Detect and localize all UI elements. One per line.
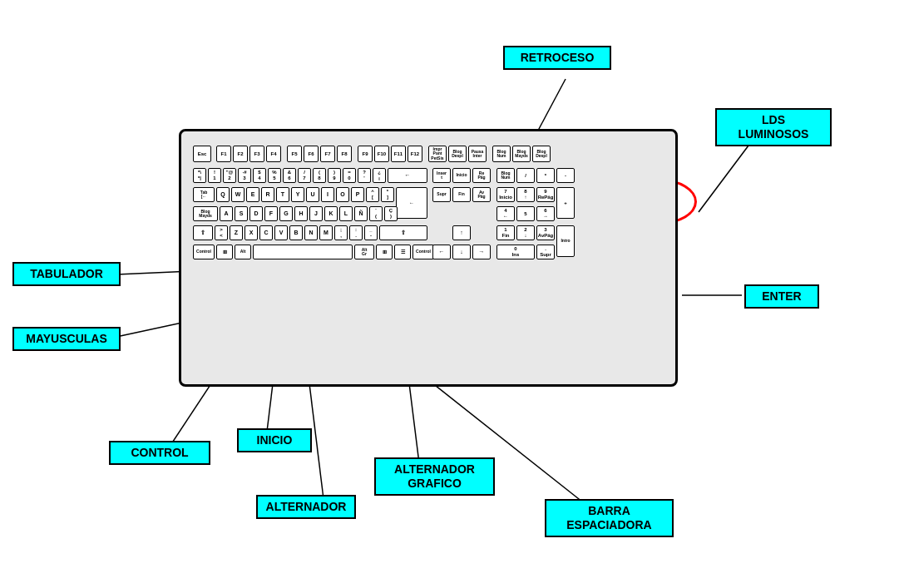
- key-i[interactable]: I: [321, 187, 334, 202]
- numpad-minus[interactable]: -: [556, 168, 575, 183]
- numpad-3[interactable]: 3AvPág: [536, 225, 555, 240]
- key-arrow-right[interactable]: →: [472, 245, 491, 259]
- numpad-2[interactable]: 2↓: [516, 225, 535, 240]
- key-6[interactable]: &6: [283, 168, 296, 183]
- key-blogmayds[interactable]: BlogMayds: [512, 146, 531, 162]
- key-c[interactable]: C: [259, 225, 273, 240]
- key-f10[interactable]: F10: [374, 146, 389, 162]
- key-win-left[interactable]: ⊞: [216, 245, 233, 259]
- key-x[interactable]: X: [245, 225, 258, 240]
- key-l[interactable]: L: [339, 206, 353, 221]
- key-supr[interactable]: Supr: [432, 187, 451, 202]
- key-f7[interactable]: F7: [320, 146, 335, 162]
- key-r[interactable]: R: [261, 187, 274, 202]
- numpad-intro[interactable]: Intro: [556, 225, 575, 257]
- key-acute[interactable]: ´(: [369, 206, 383, 221]
- key-blogdespl[interactable]: BlogDespl: [448, 146, 467, 162]
- key-altgr[interactable]: AltGr: [354, 245, 374, 259]
- key-enie[interactable]: Ñ: [354, 206, 368, 221]
- key-f12[interactable]: F12: [408, 146, 422, 162]
- key-y[interactable]: Y: [291, 187, 304, 202]
- numpad-slash[interactable]: /: [516, 168, 535, 183]
- numpad-4[interactable]: 4←: [496, 206, 515, 221]
- numpad-6[interactable]: 6→: [536, 206, 555, 221]
- key-k[interactable]: K: [324, 206, 338, 221]
- key-w[interactable]: W: [231, 187, 245, 202]
- key-m[interactable]: M: [319, 225, 333, 240]
- key-impr[interactable]: ImprPantPetSis: [428, 146, 447, 162]
- key-tab[interactable]: Tab[←: [193, 187, 215, 202]
- numpad-blognum[interactable]: BlogNum: [496, 168, 515, 183]
- key-2[interactable]: "@2: [223, 168, 236, 183]
- key-f9[interactable]: F9: [358, 146, 373, 162]
- key-n[interactable]: N: [304, 225, 318, 240]
- key-f5[interactable]: F5: [287, 146, 302, 162]
- key-z[interactable]: Z: [230, 225, 243, 240]
- key-f2[interactable]: F2: [233, 146, 248, 162]
- key-alt-left[interactable]: Alt: [235, 245, 251, 259]
- key-blogdespl2[interactable]: BlogDespl: [532, 146, 551, 162]
- key-minus[interactable]: _-: [364, 225, 378, 240]
- key-ctrl-right[interactable]: Control: [412, 245, 434, 259]
- numpad-asterisk[interactable]: *: [536, 168, 555, 183]
- numpad-1[interactable]: 1Fin: [496, 225, 515, 240]
- key-s[interactable]: S: [235, 206, 248, 221]
- key-enter[interactable]: ←: [396, 187, 427, 219]
- key-p[interactable]: P: [351, 187, 364, 202]
- key-shift-left[interactable]: ⇧: [193, 225, 213, 240]
- key-f3[interactable]: F3: [249, 146, 264, 162]
- key-bracket-close[interactable]: *]: [381, 187, 394, 202]
- numpad-del[interactable]: .Supr: [536, 245, 555, 259]
- key-period[interactable]: :.: [349, 225, 363, 240]
- key-esc[interactable]: Esc: [193, 146, 211, 162]
- numpad-9[interactable]: 9RePág: [536, 187, 555, 202]
- key-b[interactable]: B: [289, 225, 303, 240]
- key-7[interactable]: /7: [298, 168, 311, 183]
- key-insert[interactable]: Insert: [432, 168, 451, 183]
- key-f8[interactable]: F8: [337, 146, 352, 162]
- key-f11[interactable]: F11: [391, 146, 406, 162]
- key-win-right[interactable]: ⊞: [376, 245, 393, 259]
- key-8[interactable]: (8: [313, 168, 326, 183]
- key-repag[interactable]: RePág: [472, 168, 491, 183]
- key-f4[interactable]: F4: [266, 146, 281, 162]
- key-blognum[interactable]: BlogNum: [492, 146, 511, 162]
- key-j[interactable]: J: [309, 206, 323, 221]
- key-bloqmayus[interactable]: BlogMayds: [193, 206, 218, 221]
- key-ccedilla[interactable]: Ç): [384, 206, 398, 221]
- key-arrow-left[interactable]: ←: [432, 245, 451, 259]
- key-comma[interactable]: ;,: [334, 225, 348, 240]
- key-3[interactable]: ·#3: [238, 168, 251, 183]
- key-avpag[interactable]: AvPág: [472, 187, 491, 202]
- key-backspace[interactable]: ←: [388, 168, 427, 183]
- key-h[interactable]: H: [294, 206, 308, 221]
- key-g[interactable]: G: [279, 206, 293, 221]
- key-q[interactable]: Q: [216, 187, 230, 202]
- key-inicio[interactable]: Inicio: [452, 168, 471, 183]
- key-arrow-down[interactable]: ↓: [452, 245, 471, 259]
- key-v[interactable]: V: [274, 225, 288, 240]
- key-space[interactable]: [253, 245, 353, 259]
- key-shift-right[interactable]: ⇧: [379, 225, 427, 240]
- key-menu[interactable]: ☰: [394, 245, 411, 259]
- key-grave[interactable]: º\ª|: [193, 168, 206, 183]
- key-o[interactable]: O: [336, 187, 349, 202]
- key-1[interactable]: !1: [208, 168, 221, 183]
- key-9[interactable]: )9: [328, 168, 341, 183]
- key-pausa[interactable]: PausaInter: [468, 146, 487, 162]
- key-0[interactable]: =0: [343, 168, 356, 183]
- numpad-5[interactable]: 5: [516, 206, 535, 221]
- key-inverted[interactable]: ¿¡: [373, 168, 386, 183]
- key-f1[interactable]: F1: [216, 146, 231, 162]
- key-4[interactable]: $4: [253, 168, 266, 183]
- key-5[interactable]: %5: [268, 168, 281, 183]
- key-t[interactable]: T: [276, 187, 289, 202]
- key-bracket-open[interactable]: ^[: [366, 187, 379, 202]
- key-f[interactable]: F: [264, 206, 278, 221]
- numpad-0[interactable]: 0Ins: [496, 245, 535, 259]
- key-u[interactable]: U: [306, 187, 319, 202]
- numpad-plus[interactable]: +: [556, 187, 575, 219]
- numpad-7[interactable]: 7Inicio: [496, 187, 515, 202]
- key-a[interactable]: A: [220, 206, 233, 221]
- key-fin[interactable]: Fin: [452, 187, 471, 202]
